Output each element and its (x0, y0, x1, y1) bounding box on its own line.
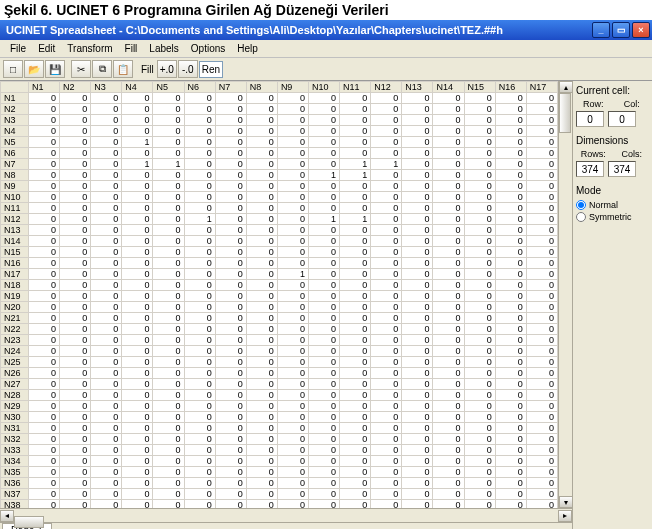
row-header[interactable]: N36 (1, 478, 29, 489)
grid-cell[interactable]: 0 (215, 346, 246, 357)
paste-button[interactable]: 📋 (113, 60, 133, 78)
grid-cell[interactable]: 0 (29, 159, 60, 170)
grid-cell[interactable]: 0 (371, 500, 402, 509)
grid-cell[interactable]: 0 (91, 170, 122, 181)
grid-cell[interactable]: 0 (29, 170, 60, 181)
grid-cell[interactable]: 1 (122, 137, 153, 148)
grid-cell[interactable]: 0 (308, 478, 339, 489)
grid-cell[interactable]: 0 (277, 159, 308, 170)
grid-cell[interactable]: 0 (246, 159, 277, 170)
grid-cell[interactable]: 0 (122, 104, 153, 115)
grid-cell[interactable]: 0 (433, 302, 464, 313)
grid-cell[interactable]: 0 (122, 93, 153, 104)
grid-cell[interactable]: 0 (122, 467, 153, 478)
grid-cell[interactable]: 0 (495, 478, 526, 489)
grid-cell[interactable]: 0 (526, 148, 557, 159)
grid-cell[interactable]: 0 (277, 104, 308, 115)
grid-cell[interactable]: 0 (29, 258, 60, 269)
grid-cell[interactable]: 0 (246, 93, 277, 104)
grid-cell[interactable]: 0 (60, 104, 91, 115)
grid-cell[interactable]: 0 (495, 335, 526, 346)
grid-cell[interactable]: 0 (29, 203, 60, 214)
grid-cell[interactable]: 0 (153, 346, 184, 357)
grid-cell[interactable]: 0 (29, 214, 60, 225)
grid-cell[interactable]: 0 (60, 170, 91, 181)
grid-cell[interactable]: 0 (153, 280, 184, 291)
grid-cell[interactable]: 0 (308, 324, 339, 335)
grid-cell[interactable]: 0 (277, 412, 308, 423)
grid-cell[interactable]: 0 (91, 346, 122, 357)
grid-cell[interactable]: 0 (184, 434, 215, 445)
grid-cell[interactable]: 0 (60, 115, 91, 126)
grid-cell[interactable]: 0 (277, 434, 308, 445)
grid-cell[interactable]: 0 (464, 269, 495, 280)
grid-cell[interactable]: 0 (246, 445, 277, 456)
grid-cell[interactable]: 0 (308, 500, 339, 509)
grid-cell[interactable]: 0 (277, 170, 308, 181)
grid-cell[interactable]: 0 (246, 192, 277, 203)
grid-cell[interactable]: 0 (433, 434, 464, 445)
grid-cell[interactable]: 0 (184, 181, 215, 192)
grid-cell[interactable]: 0 (402, 335, 433, 346)
grid-cell[interactable]: 0 (153, 247, 184, 258)
grid-cell[interactable]: 1 (371, 159, 402, 170)
grid-cell[interactable]: 0 (433, 225, 464, 236)
grid-cell[interactable]: 0 (433, 148, 464, 159)
grid-cell[interactable]: 0 (184, 379, 215, 390)
menu-edit[interactable]: Edit (32, 41, 61, 56)
row-header[interactable]: N17 (1, 269, 29, 280)
grid-cell[interactable]: 0 (308, 269, 339, 280)
grid-cell[interactable]: 0 (60, 379, 91, 390)
grid-cell[interactable]: 0 (308, 225, 339, 236)
mode-symmetric-radio[interactable]: Symmetric (576, 211, 649, 223)
grid-cell[interactable]: 0 (526, 467, 557, 478)
row-header[interactable]: N15 (1, 247, 29, 258)
grid-cell[interactable]: 0 (153, 93, 184, 104)
grid-cell[interactable]: 0 (308, 357, 339, 368)
grid-cell[interactable]: 0 (122, 214, 153, 225)
grid-cell[interactable]: 0 (215, 258, 246, 269)
grid-cell[interactable]: 0 (526, 236, 557, 247)
grid-cell[interactable]: 0 (122, 368, 153, 379)
grid-cell[interactable]: 0 (371, 170, 402, 181)
row-header[interactable]: N33 (1, 445, 29, 456)
grid-cell[interactable]: 0 (433, 159, 464, 170)
grid-cell[interactable]: 0 (60, 159, 91, 170)
grid-cell[interactable]: 0 (91, 258, 122, 269)
grid-cell[interactable]: 0 (277, 115, 308, 126)
grid-cell[interactable]: 0 (60, 258, 91, 269)
grid-cell[interactable]: 0 (91, 445, 122, 456)
grid-cell[interactable]: 0 (60, 335, 91, 346)
grid-cell[interactable]: 0 (371, 346, 402, 357)
grid-cell[interactable]: 0 (184, 126, 215, 137)
grid-cell[interactable]: 0 (277, 335, 308, 346)
grid-cell[interactable]: 0 (60, 456, 91, 467)
grid-cell[interactable]: 0 (526, 401, 557, 412)
grid-cell[interactable]: 0 (153, 181, 184, 192)
grid-cell[interactable]: 0 (464, 236, 495, 247)
grid-cell[interactable]: 0 (495, 489, 526, 500)
grid-cell[interactable]: 0 (60, 192, 91, 203)
grid-cell[interactable]: 0 (184, 335, 215, 346)
grid-cell[interactable]: 0 (308, 247, 339, 258)
grid-cell[interactable]: 0 (371, 467, 402, 478)
grid-cell[interactable]: 0 (495, 368, 526, 379)
grid-cell[interactable]: 0 (153, 104, 184, 115)
grid-cell[interactable]: 0 (308, 181, 339, 192)
row-header[interactable]: N37 (1, 489, 29, 500)
grid-cell[interactable]: 0 (215, 247, 246, 258)
grid-cell[interactable]: 0 (371, 368, 402, 379)
grid-cell[interactable]: 0 (215, 104, 246, 115)
grid-cell[interactable]: 0 (371, 115, 402, 126)
grid-cell[interactable]: 0 (153, 269, 184, 280)
row-header[interactable]: N28 (1, 390, 29, 401)
copy-button[interactable]: ⧉ (92, 60, 112, 78)
grid-cell[interactable]: 0 (184, 346, 215, 357)
grid-cell[interactable]: 0 (29, 181, 60, 192)
grid-cell[interactable]: 0 (215, 467, 246, 478)
grid-cell[interactable]: 0 (433, 500, 464, 509)
scroll-down-arrow-icon[interactable]: ▾ (559, 496, 572, 508)
grid-cell[interactable]: 0 (495, 324, 526, 335)
grid-cell[interactable]: 0 (60, 500, 91, 509)
grid-cell[interactable]: 0 (184, 500, 215, 509)
